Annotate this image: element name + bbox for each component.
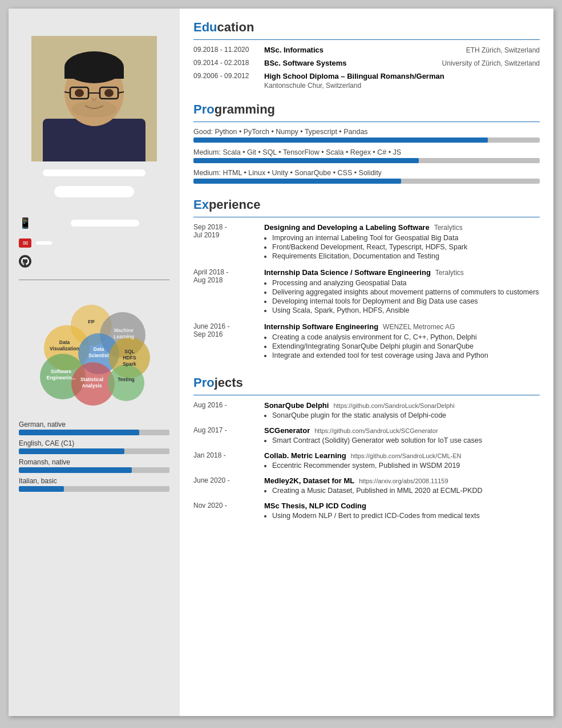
project-bullets: SonarQube plugin for the static analysis… xyxy=(264,411,540,419)
experience-bullet: Integrate and extended tool for test cov… xyxy=(272,351,540,359)
programming-section: Programming Good: Python • PyTorch • Num… xyxy=(193,102,540,189)
education-school: ETH Zürich, Switzerland xyxy=(448,46,540,54)
experience-company: Teralytics xyxy=(435,269,464,277)
programming-row: Medium: HTML • Linux • Unity • SonarQube… xyxy=(193,169,540,184)
address-line-1 xyxy=(54,186,134,197)
language-bar-bg xyxy=(19,448,169,454)
language-bars: German, nativeEnglish, CAE (C1)Romansh, … xyxy=(19,420,169,492)
experience-bullet: Using Scala, Spark, Python, HDFS, Ansibl… xyxy=(272,306,540,314)
project-detail: SonarQube Delphihttps://github.com/Sandr… xyxy=(264,401,540,420)
education-sub: Kantonschule Chur, Switzerland xyxy=(264,82,540,90)
experience-entries: Sep 2018 - Jul 2019Designing and Develop… xyxy=(193,223,540,361)
project-detail: SCGeneratorhttps://github.com/SandroLuck… xyxy=(264,426,540,446)
experience-bullet: Creating a code analysis environment for… xyxy=(272,333,540,341)
projects-section: Projects Aug 2016 -SonarQube Delphihttps… xyxy=(193,375,540,527)
project-name: Collab. Metric Learning xyxy=(264,451,346,460)
venn-svg: FP Machine Learning Data Visualization D… xyxy=(26,294,163,408)
svg-point-11 xyxy=(75,89,84,97)
experience-entry: Sep 2018 - Jul 2019Designing and Develop… xyxy=(193,223,540,261)
svg-text:Data: Data xyxy=(59,339,70,345)
experience-bullet: Processing and analyzing Geospatial Data xyxy=(272,279,540,287)
svg-text:Learning: Learning xyxy=(114,334,134,339)
project-date: Aug 2017 - xyxy=(193,426,256,446)
programming-bar-bg xyxy=(193,179,540,184)
project-bullets: Eccentric Recommender system, Published … xyxy=(264,462,540,470)
experience-bullet: Requirements Elicitation, Documentation … xyxy=(272,252,540,260)
project-name: MSc Thesis, NLP ICD Coding xyxy=(264,501,366,510)
svg-text:SQL: SQL xyxy=(124,349,134,354)
language-bar-bg xyxy=(19,430,169,435)
education-date: 09.2014 - 02.2018 xyxy=(193,59,256,67)
project-bullet: Eccentric Recommender system, Published … xyxy=(272,462,540,470)
project-entry: Aug 2016 -SonarQube Delphihttps://github… xyxy=(193,401,540,420)
project-bullet: Smart Contract (Solidity) Generator web … xyxy=(272,436,540,444)
programming-label: Medium: Scala • Git • SQL • TensorFlow •… xyxy=(193,148,540,156)
language-name: Romansh, native xyxy=(19,458,169,466)
svg-text:Scientist: Scientist xyxy=(88,353,109,358)
programming-bar-bg xyxy=(193,137,540,143)
programming-label: Good: Python • PyTorch • Numpy • Typescr… xyxy=(193,128,540,136)
programming-bar-fill xyxy=(193,179,401,184)
education-entries: 09.2018 - 11.2020MSc. InformaticsETH Zür… xyxy=(193,46,540,90)
github-icon xyxy=(19,255,31,268)
experience-divider xyxy=(193,217,540,217)
experience-company: Teralytics xyxy=(434,224,463,232)
experience-bullet: Improving an internal Labeling Tool for … xyxy=(272,234,540,242)
svg-text:Analysis: Analysis xyxy=(82,383,102,389)
skills-title xyxy=(19,278,169,280)
project-url[interactable]: https://github.com/SandroLuck/CML-EN xyxy=(351,452,462,459)
programming-title: Programming xyxy=(193,102,540,117)
svg-point-12 xyxy=(104,89,114,97)
education-divider xyxy=(193,39,540,40)
project-url[interactable]: https://github.com/SandroLuck/SonarDelph… xyxy=(333,402,454,409)
project-url[interactable]: https://arxiv.org/abs/2008.11159 xyxy=(359,478,448,484)
project-bullets: Using Modern NLP / Bert to predict ICD-C… xyxy=(264,512,540,520)
phone-row: 📱 xyxy=(19,217,169,229)
svg-text:Data: Data xyxy=(94,346,104,352)
education-degree: BSc. Software Systems xyxy=(264,59,347,67)
language-name: Italian, basic xyxy=(19,477,169,485)
experience-title-rest: perience xyxy=(209,197,261,212)
svg-point-13 xyxy=(71,100,117,118)
education-entry: 09.2006 - 09.2012High School Diploma – B… xyxy=(193,72,540,90)
profile-photo xyxy=(31,36,157,161)
experience-title-highlight: Ex xyxy=(193,197,209,212)
education-degree: MSc. Informatics xyxy=(264,46,324,54)
experience-detail: Internship Software EngineeringWENZEL Me… xyxy=(264,322,540,361)
experience-section: Experience Sep 2018 - Jul 2019Designing … xyxy=(193,197,540,367)
experience-bullets: Processing and analyzing Geospatial Data… xyxy=(264,279,540,314)
education-title-rest: cation xyxy=(217,20,254,34)
project-entries: Aug 2016 -SonarQube Delphihttps://github… xyxy=(193,401,540,521)
experience-title: Experience xyxy=(193,197,540,212)
email-label xyxy=(36,241,52,245)
experience-bullets: Creating a code analysis environment for… xyxy=(264,333,540,359)
experience-bullet: Extending/Integrating SonarQube Delphi p… xyxy=(272,342,540,350)
experience-company: WENZEL Metromec AG xyxy=(383,323,455,331)
skills-venn-diagram: FP Machine Learning Data Visualization D… xyxy=(26,294,163,408)
education-degree: High School Diploma – Bilingual Romansh/… xyxy=(264,72,444,80)
project-entry: Jan 2018 -Collab. Metric Learninghttps:/… xyxy=(193,451,540,471)
education-title: Education xyxy=(193,20,540,35)
project-date: Jan 2018 - xyxy=(193,451,256,471)
project-entry: Aug 2017 -SCGeneratorhttps://github.com/… xyxy=(193,426,540,446)
svg-text:FP: FP xyxy=(88,319,95,325)
language-bar-fill xyxy=(19,430,139,435)
language-name: English, CAE (C1) xyxy=(19,439,169,447)
language-bar-fill xyxy=(19,486,64,492)
programming-rows: Good: Python • PyTorch • Numpy • Typescr… xyxy=(193,128,540,184)
projects-divider xyxy=(193,395,540,395)
svg-text:Testing: Testing xyxy=(118,377,135,382)
programming-bar-fill xyxy=(193,158,419,163)
project-url[interactable]: https://github.com/SandroLuck/SCGenerato… xyxy=(314,427,438,434)
project-entry: June 2020 -Medley2K, Dataset for MLhttps… xyxy=(193,476,540,496)
programming-bar-bg xyxy=(193,158,540,163)
education-date: 09.2018 - 11.2020 xyxy=(193,46,256,54)
language-name: German, native xyxy=(19,420,169,428)
svg-text:Visualization: Visualization xyxy=(50,346,79,351)
education-entry: 09.2014 - 02.2018BSc. Software SystemsUn… xyxy=(193,59,540,67)
project-date: June 2020 - xyxy=(193,476,256,496)
experience-job-title: Internship Data Science / Software Engin… xyxy=(264,268,431,277)
experience-date: April 2018 - Aug 2018 xyxy=(193,268,256,316)
experience-bullet: Front/Backend Development, React, Typesc… xyxy=(272,243,540,251)
language-bar-bg xyxy=(19,486,169,492)
